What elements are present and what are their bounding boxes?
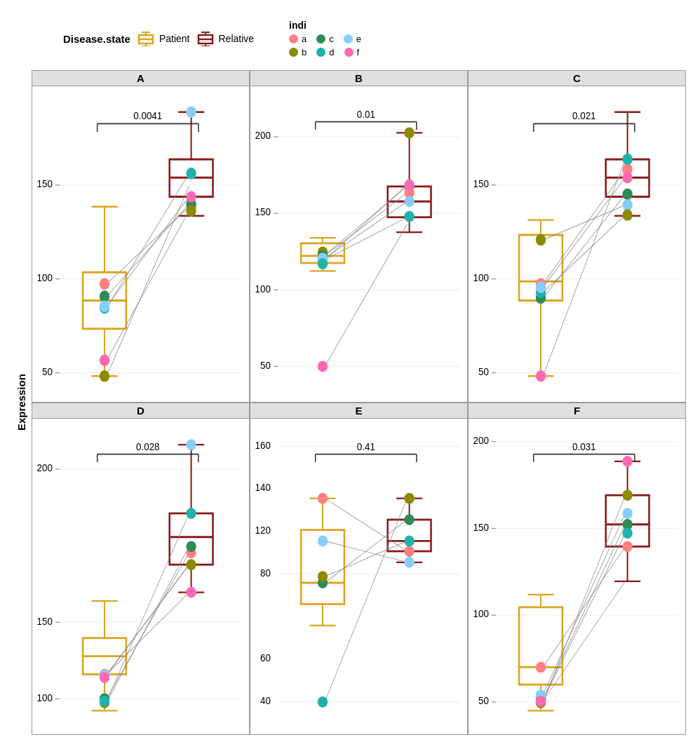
svg-line-166	[543, 525, 625, 699]
dot-C-relative-d	[622, 154, 632, 166]
relative-box-icon	[196, 31, 215, 46]
dot-A-patient-c	[100, 290, 109, 302]
svg-line-118	[107, 565, 189, 675]
legend-disease: Disease.state Patient	[63, 31, 254, 46]
y-tick-150f: 150	[473, 521, 490, 533]
dot-B-relative-b	[404, 128, 414, 139]
panel-B: B 50 100 150 200	[250, 70, 468, 403]
legend-patient: Patient	[136, 31, 190, 46]
svg-line-87	[543, 194, 625, 298]
label-f: f	[357, 47, 360, 58]
indi-row-2: b d f	[289, 47, 361, 58]
panel-D: D 100 150 200	[32, 403, 250, 735]
dot-e	[344, 34, 353, 43]
dot-C-relative-b	[622, 209, 632, 221]
y-tick-100c: 100	[473, 271, 489, 283]
dot-C-patient-e	[536, 281, 546, 293]
dot-B-relative-e	[404, 196, 414, 207]
panel-A-plot: 50 100 150	[32, 86, 249, 402]
panel-E-plot: 40 60 80 120 140 160	[250, 419, 467, 734]
svg-line-35	[107, 211, 189, 360]
legend-c: c	[316, 34, 334, 44]
y-tick-200f: 200	[473, 434, 490, 446]
dot-F-relative-b	[622, 490, 632, 501]
dot-E-relative-d	[404, 536, 414, 547]
y-tick-150: 150	[37, 178, 53, 190]
panel-D-body: 100 150 200	[32, 419, 249, 734]
y-tick-150c: 150	[473, 178, 489, 190]
dot-A-relative-e	[186, 106, 196, 118]
panel-F: F 50 100 150 200	[468, 403, 686, 735]
dot-C-relative-f	[622, 172, 632, 184]
dot-D-relative-e	[186, 439, 196, 450]
legend-d: d	[316, 47, 334, 58]
pvalue-C: 0.021	[572, 109, 595, 121]
y-tick-50c: 50	[478, 365, 489, 377]
dot-F-patient-a	[536, 662, 546, 673]
dot-c	[316, 34, 325, 43]
y-tick-150b: 150	[255, 206, 271, 218]
legend-b: b	[289, 47, 307, 58]
panel-D-plot: 100 150 200	[32, 419, 249, 734]
chart-container: Disease.state Patient	[0, 0, 700, 742]
y-tick-200d: 200	[37, 462, 53, 474]
dot-F-relative-e	[622, 508, 632, 519]
legend: Disease.state Patient	[7, 7, 693, 70]
svg-rect-157	[519, 607, 563, 684]
dot-F-relative-a	[622, 541, 632, 552]
y-tick-60e: 60	[260, 652, 271, 664]
dot-A-patient-f	[100, 355, 109, 367]
indi-title: indi	[289, 20, 361, 31]
dot-B-relative-f	[404, 180, 414, 191]
panel-E: E 40 60 80 120 140 160	[250, 403, 468, 735]
dot-C-patient-b	[536, 234, 546, 246]
panel-B-plot: 50 100 150 200	[250, 86, 467, 402]
dot-C-relative-e	[622, 199, 632, 211]
plots-grid: A 50 100 150	[32, 70, 693, 735]
label-a: a	[302, 34, 307, 44]
panel-C-plot: 50 100 150	[469, 86, 685, 402]
pvalue-E: 0.41	[357, 440, 375, 452]
dot-d	[316, 48, 325, 57]
svg-line-61	[325, 193, 407, 256]
svg-line-90	[543, 177, 625, 287]
svg-line-88	[543, 205, 625, 240]
dot-A-relative-b	[186, 205, 196, 217]
y-tick-200b: 200	[255, 130, 271, 142]
dot-E-relative-a	[404, 546, 414, 557]
dot-E-patient-b	[318, 571, 328, 582]
legend-f: f	[344, 47, 360, 58]
dot-B-patient-f	[318, 361, 328, 372]
y-axis-label: Expression	[11, 70, 32, 735]
dot-D-relative-d	[186, 508, 196, 519]
dot-D-patient-f	[100, 672, 109, 683]
y-tick-80e: 80	[260, 567, 271, 579]
panel-C-body: 50 100 150	[469, 86, 685, 402]
dot-a	[289, 34, 298, 43]
dot-B-patient-d	[318, 258, 328, 269]
svg-line-137	[325, 499, 407, 551]
panel-A-header: A	[32, 71, 249, 86]
svg-line-141	[325, 499, 407, 702]
pvalue-B: 0.01	[357, 108, 375, 120]
pvalue-F: 0.031	[572, 440, 596, 452]
relative-label: Relative	[219, 33, 255, 44]
dot-E-relative-c	[404, 514, 414, 525]
y-tick-100b: 100	[255, 283, 271, 295]
y-tick-40e: 40	[260, 695, 271, 707]
svg-line-63	[325, 185, 407, 260]
dot-E-patient-e	[318, 536, 328, 547]
svg-line-32	[107, 204, 189, 296]
panel-E-header: E	[250, 403, 467, 419]
dot-A-relative-f	[186, 191, 196, 203]
dot-A-patient-e	[100, 301, 109, 313]
dot-D-relative-f	[186, 587, 196, 598]
y-tick-100: 100	[37, 271, 53, 283]
disease-state-label: Disease.state	[63, 33, 130, 45]
svg-line-115	[107, 546, 189, 703]
svg-line-62	[325, 201, 407, 258]
svg-line-114	[107, 553, 189, 699]
legend-indi: indi a c e b	[289, 20, 361, 58]
dot-E-patient-a	[318, 493, 328, 504]
svg-line-116	[107, 513, 189, 701]
